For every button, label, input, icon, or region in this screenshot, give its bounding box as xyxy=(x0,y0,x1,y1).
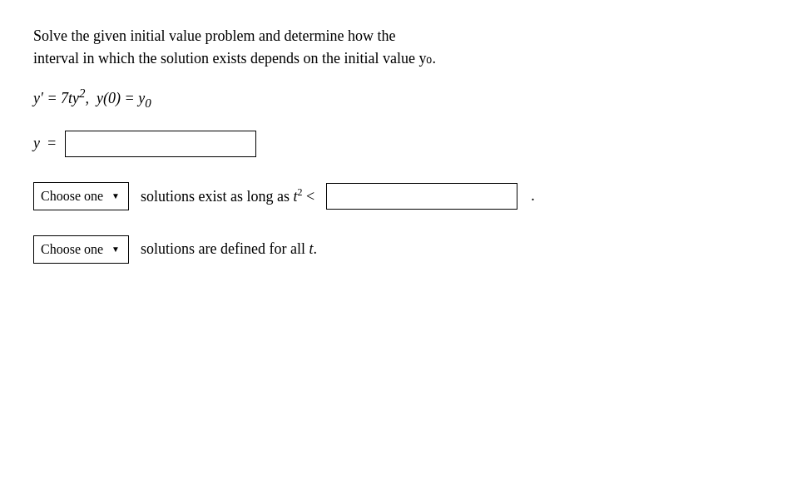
condition2-text: solutions are defined for all t. xyxy=(141,240,317,258)
y-label: y = xyxy=(33,135,57,152)
problem-statement: Solve the given initial value problem an… xyxy=(33,25,779,70)
equation-display: y′ = 7ty2, y(0) = y0 xyxy=(33,86,779,111)
condition1-row: Choose one True False ▼ solutions exist … xyxy=(33,182,779,210)
y-answer-input[interactable] xyxy=(65,131,256,157)
equation-text: y′ = 7ty2, y(0) = y0 xyxy=(33,90,151,106)
choose-one-dropdown-1[interactable]: Choose one True False ▼ xyxy=(33,182,129,210)
condition1-period: . xyxy=(531,187,535,205)
choose-one-dropdown-2[interactable]: Choose one True False ▼ xyxy=(33,235,129,264)
condition2-row: Choose one True False ▼ solutions are de… xyxy=(33,235,779,264)
choose-one-select-2[interactable]: Choose one True False xyxy=(41,242,123,256)
condition1-text: solutions exist as long as t2 < xyxy=(141,186,314,205)
intro-line1: Solve the given initial value problem an… xyxy=(33,25,779,47)
y-answer-row: y = xyxy=(33,131,779,157)
choose-one-select-1[interactable]: Choose one True False xyxy=(41,189,123,203)
condition1-input[interactable] xyxy=(326,183,517,210)
intro-line2: interval in which the solution exists de… xyxy=(33,47,779,70)
